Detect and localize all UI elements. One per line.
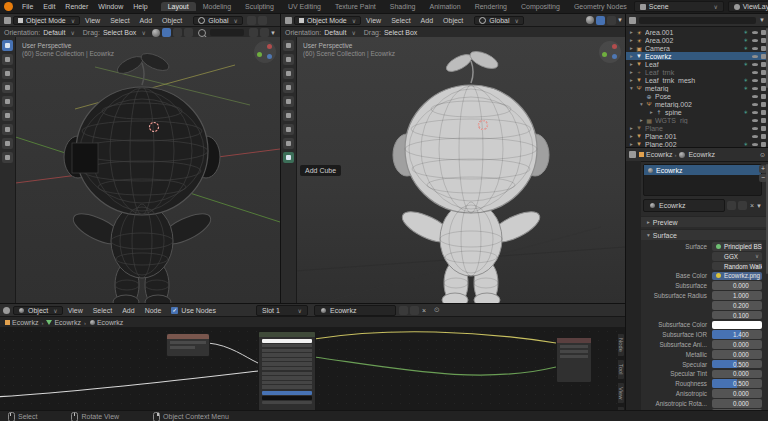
- viewport-menu-item[interactable]: Add: [416, 17, 438, 24]
- hide-eye-icon[interactable]: [752, 77, 758, 83]
- nodes-funnel-icon[interactable]: ▼: [756, 203, 762, 209]
- hide-eye-icon[interactable]: [752, 53, 758, 59]
- move-tool[interactable]: [2, 68, 13, 79]
- viewport-menu-item[interactable]: View: [361, 17, 386, 24]
- properties-tab[interactable]: [628, 287, 640, 298]
- material-output-node[interactable]: [556, 337, 592, 383]
- cursor-tool[interactable]: [2, 54, 13, 65]
- shader-editor-icon[interactable]: [3, 307, 10, 314]
- disclosure-icon[interactable]: ▾: [638, 101, 645, 107]
- workspace-tab[interactable]: Geometry Nodes: [567, 2, 634, 11]
- use-nodes-checkbox[interactable]: ✓: [171, 307, 178, 314]
- hide-eye-icon[interactable]: [752, 101, 758, 107]
- measure-tool[interactable]: [283, 138, 294, 149]
- workspace-tab[interactable]: Texture Paint: [328, 2, 383, 11]
- property-row[interactable]: Anisotropic Rota... 0.000: [643, 399, 762, 408]
- scale-tool[interactable]: [2, 96, 13, 107]
- viewport-menu-item[interactable]: Add: [135, 17, 157, 24]
- disclosure-icon[interactable]: ▸: [628, 133, 635, 139]
- render-toggle-icon[interactable]: [760, 101, 766, 107]
- disclosure-icon[interactable]: ▸: [628, 53, 635, 59]
- sidebar-tab[interactable]: Node: [617, 333, 625, 357]
- move-tool[interactable]: [283, 68, 294, 79]
- breadcrumb-item[interactable]: Ecowrkz: [54, 319, 80, 326]
- outliner-row[interactable]: ▸ ☀ Area.001 ∗: [626, 28, 768, 36]
- disclosure-icon[interactable]: ▸: [628, 125, 635, 131]
- property-row[interactable]: Subsurface Ani... 0.000: [643, 340, 762, 349]
- filter-funnel-icon[interactable]: ▼: [270, 30, 276, 36]
- property-row[interactable]: Subsurface IOR 1.400: [643, 330, 762, 339]
- property-row[interactable]: Subsurface Color: [643, 320, 762, 329]
- properties-tab[interactable]: [628, 179, 640, 190]
- scale-tool[interactable]: [283, 96, 294, 107]
- rotate-tool[interactable]: [283, 82, 294, 93]
- breadcrumb-item[interactable]: Ecowrkz: [97, 319, 123, 326]
- hide-eye-icon[interactable]: [752, 37, 758, 43]
- property-row[interactable]: 0.200: [643, 301, 762, 310]
- properties-tab[interactable]: [628, 273, 640, 284]
- orientation-dropdown[interactable]: Global∨: [193, 16, 243, 25]
- workspace-tab[interactable]: Animation: [423, 2, 468, 11]
- disclosure-icon[interactable]: ▸: [648, 109, 655, 115]
- add-cube-tool[interactable]: [2, 152, 13, 163]
- render-toggle-icon[interactable]: [760, 133, 766, 139]
- workspace-tab[interactable]: Layout: [161, 2, 196, 11]
- material-preview-icon[interactable]: [586, 16, 594, 24]
- unlink-button[interactable]: ×: [422, 307, 426, 314]
- viewport-menu-item[interactable]: View: [80, 17, 105, 24]
- properties-tab[interactable]: [628, 260, 640, 271]
- outliner-row[interactable]: ▾ Ψ metarig.002: [626, 100, 768, 108]
- viewport-menu-item[interactable]: Select: [105, 17, 134, 24]
- property-row[interactable]: Metallic 0.000: [643, 350, 762, 359]
- viewport-menu-item[interactable]: Object: [438, 17, 468, 24]
- shader-canvas[interactable]: NodeToolViewOptions: [0, 327, 625, 411]
- sidebar-tab[interactable]: Tool: [617, 359, 625, 380]
- menu-item[interactable]: Render: [60, 3, 93, 10]
- outliner-row[interactable]: ⊕ Pose: [626, 92, 768, 100]
- viewport-menu-item[interactable]: Select: [386, 17, 415, 24]
- viewport-menu-item[interactable]: Object: [157, 17, 187, 24]
- outliner-search-field[interactable]: [639, 17, 756, 24]
- mode-dropdown[interactable]: Object Mode∨: [13, 16, 80, 25]
- hide-eye-icon[interactable]: [752, 45, 758, 51]
- shader-menu-item[interactable]: Add: [117, 307, 139, 314]
- editor-type-icon[interactable]: [4, 17, 11, 24]
- measure-tool[interactable]: [2, 138, 13, 149]
- new-material-button[interactable]: [738, 201, 747, 210]
- properties-tab[interactable]: [628, 314, 640, 325]
- shading-solid-icon[interactable]: [596, 16, 605, 25]
- filter-funnel-icon[interactable]: ▼: [759, 17, 765, 23]
- drag-value[interactable]: Select Box: [384, 29, 417, 36]
- properties-tab[interactable]: [628, 206, 640, 217]
- properties-tab[interactable]: [628, 192, 640, 203]
- property-row[interactable]: Base Color Ecowrkz.png: [643, 271, 762, 280]
- gizmos-icon[interactable]: [260, 28, 269, 37]
- cursor-tool[interactable]: [283, 54, 294, 65]
- breadcrumb[interactable]: Ecowrkz: [688, 151, 714, 158]
- outliner-row[interactable]: ▸ ▼ Plane.001: [626, 132, 768, 140]
- render-toggle-icon[interactable]: [760, 109, 766, 115]
- disclosure-icon[interactable]: ▸: [628, 77, 635, 83]
- navigation-gizmo[interactable]: [254, 41, 276, 63]
- property-row[interactable]: Subsurface Radius 1.000: [643, 291, 762, 300]
- shader-type-dropdown[interactable]: Object ∨: [13, 306, 63, 315]
- disclosure-icon[interactable]: ▸: [628, 29, 635, 35]
- viewport-left-canvas[interactable]: User Perspective (60) Scene Collection |…: [0, 37, 280, 303]
- shading-material-icon[interactable]: [607, 16, 616, 25]
- menu-item[interactable]: File: [17, 3, 38, 10]
- rotate-tool[interactable]: [2, 82, 13, 93]
- select-box-tool[interactable]: [2, 40, 13, 51]
- hide-eye-icon[interactable]: [752, 141, 758, 147]
- properties-tab[interactable]: [628, 300, 640, 311]
- outliner-row[interactable]: ▸ ▼ Ecowrkz: [626, 52, 768, 60]
- select-box-tool[interactable]: [283, 40, 294, 51]
- workspace-tab[interactable]: Compositing: [514, 2, 567, 11]
- outliner-row[interactable]: ▾ Ψ metarig ∗: [626, 84, 768, 92]
- material-preview-icon[interactable]: [152, 29, 160, 37]
- hide-eye-icon[interactable]: [752, 125, 758, 131]
- outliner-row[interactable]: ▸ ▣ Camera ∗: [626, 44, 768, 52]
- workspace-tab[interactable]: Shading: [383, 2, 423, 11]
- orientation-dropdown[interactable]: Global∨: [474, 16, 524, 25]
- proportional-edit-icon[interactable]: [258, 16, 267, 25]
- hide-eye-icon[interactable]: [752, 85, 758, 91]
